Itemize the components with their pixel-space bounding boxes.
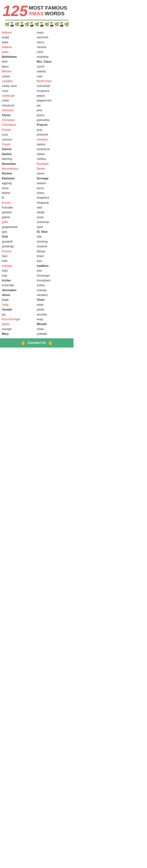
- list-item: noel: [37, 74, 72, 79]
- list-item: St. Nick: [37, 229, 72, 234]
- list-item: savior: [37, 171, 72, 176]
- list-item: eggnog: [2, 181, 37, 186]
- list-item: pine: [37, 108, 72, 113]
- list-item: cozy: [2, 132, 37, 137]
- page-container: 125 MOST FAMOUS XMAS WORDS 🌿🍒🌿🍒🌿🍒🌿🍒🌿🍒🌿🍒🌿…: [0, 0, 73, 347]
- list-item: Jesus: [2, 293, 37, 298]
- list-item: Santa: [37, 166, 72, 171]
- list-item: Jolly: [2, 302, 37, 307]
- list-item: Cupid: [2, 142, 37, 147]
- list-item: wrap: [37, 317, 72, 322]
- list-item: Joseph: [2, 307, 37, 312]
- footer-text: Connect Us: [28, 341, 46, 345]
- list-item: chimney: [2, 108, 37, 113]
- header-text: MOST FAMOUS XMAS WORDS: [29, 3, 67, 17]
- list-item: greetings: [2, 244, 37, 249]
- list-item: pray: [37, 127, 72, 132]
- list-item: snow: [37, 215, 72, 220]
- list-item: sled: [37, 205, 72, 210]
- list-item: camel: [2, 74, 37, 79]
- list-item: bless: [2, 64, 37, 69]
- list-item: Blitzen: [2, 69, 37, 74]
- list-item: mass: [37, 30, 72, 35]
- list-item: holly: [2, 268, 37, 273]
- list-item: Prancer: [37, 122, 72, 127]
- list-item: gingerbread: [2, 225, 37, 229]
- list-item: jingle: [2, 298, 37, 302]
- list-item: Kriss Kringle: [2, 317, 37, 322]
- list-item: candles: [2, 79, 37, 84]
- list-item: Christmas: [2, 122, 37, 127]
- list-item: mirth: [37, 50, 72, 55]
- list-item: tinsel: [37, 254, 72, 258]
- list-item: ham: [2, 254, 37, 258]
- list-item: angel: [2, 35, 37, 40]
- list-item: Rudolph: [37, 161, 72, 166]
- list-item: vacation: [37, 293, 72, 298]
- list-item: unwrap: [37, 288, 72, 293]
- list-item: Advent: [2, 30, 37, 35]
- list-item: serve: [37, 186, 72, 191]
- list-item: shopping: [37, 200, 72, 205]
- list-item: reverence: [37, 147, 72, 152]
- list-item: snowman: [37, 220, 72, 224]
- list-item: candy cane: [2, 84, 37, 88]
- list-item: birth: [2, 59, 37, 64]
- header-line1: MOST FAMOUS: [29, 5, 67, 11]
- list-item: nutcracker: [37, 84, 72, 88]
- list-item: tidings: [37, 249, 72, 254]
- list-item: ribbon: [37, 152, 72, 157]
- list-item: trimmings: [37, 273, 72, 278]
- list-item: merry: [37, 40, 72, 45]
- list-item: carol: [2, 89, 37, 93]
- list-item: mistletoe: [37, 55, 72, 59]
- left-column: AdventangelbabebelievebellsBethlehembirt…: [2, 30, 37, 337]
- list-item: Dasher: [2, 152, 37, 157]
- list-item: North Pole: [37, 79, 72, 84]
- list-item: peppermint: [37, 98, 72, 103]
- list-item: Ebenezer: [2, 176, 37, 181]
- list-item: yuletide: [37, 332, 72, 336]
- footer-hand-right: 🤚: [48, 341, 53, 345]
- list-item: hark: [2, 258, 37, 264]
- holly-decoration: 🌿🍒🌿🍒🌿🍒🌿🍒🌿🍒🌿🍒🌿: [3, 22, 71, 28]
- list-item: Bethlehem: [2, 55, 37, 59]
- list-item: poinsettia: [37, 118, 72, 122]
- list-item: menorah: [37, 35, 72, 40]
- list-item: winter: [37, 307, 72, 312]
- list-item: joy: [2, 312, 37, 317]
- list-item: holy: [2, 273, 37, 278]
- list-item: shepherd: [37, 195, 72, 200]
- list-item: celebrate: [2, 93, 37, 98]
- list-item: festive: [2, 191, 37, 195]
- header: 125 MOST FAMOUS XMAS WORDS 🌿🍒🌿🍒🌿🍒🌿🍒🌿🍒🌿🍒🌿: [0, 0, 73, 29]
- list-item: spirit: [37, 225, 72, 229]
- list-item: bells: [2, 50, 37, 55]
- list-item: Comet: [2, 127, 37, 132]
- list-item: Jerusalem: [2, 288, 37, 293]
- list-item: Dancer: [2, 147, 37, 152]
- header-line3: WORDS: [45, 11, 65, 17]
- list-item: dashing: [2, 157, 37, 161]
- list-item: turkey: [37, 283, 72, 288]
- list-item: God: [2, 234, 37, 239]
- list-item: Mary: [2, 332, 37, 336]
- list-item: Frosty: [2, 200, 37, 205]
- list-item: December: [2, 161, 37, 166]
- list-item: Wreath: [37, 322, 72, 327]
- list-item: garland: [2, 210, 37, 215]
- list-item: elves: [2, 186, 37, 191]
- header-divider: [5, 20, 68, 20]
- list-item: ornament: [37, 89, 72, 93]
- list-item: xmas: [37, 327, 72, 332]
- list-item: goodwill: [2, 239, 37, 244]
- list-item: gifts: [2, 220, 37, 224]
- list-item: Mrs. Claus: [37, 59, 72, 64]
- list-item: nativity: [37, 69, 72, 74]
- list-item: Grinch: [2, 249, 37, 254]
- list-item: stocking: [37, 239, 72, 244]
- header-number: 125: [3, 3, 28, 19]
- list-item: tree: [37, 268, 72, 273]
- list-item: Scrooge: [37, 176, 72, 181]
- list-item: decorations: [2, 166, 37, 171]
